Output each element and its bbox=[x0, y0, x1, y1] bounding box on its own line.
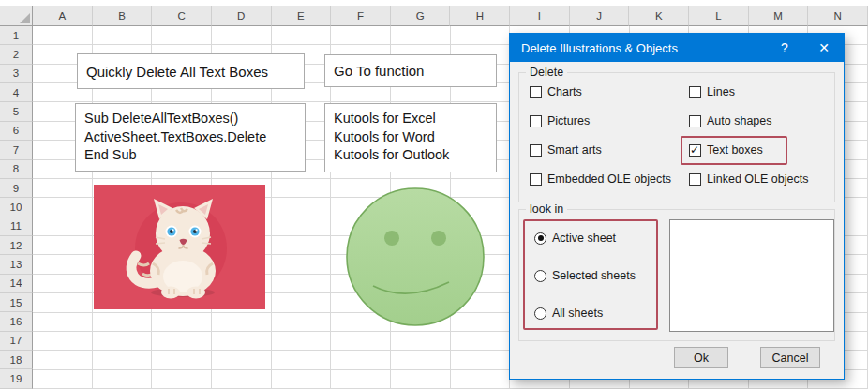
delete-checkbox-grid: ChartsLinesPicturesAuto shapesSmart arts… bbox=[530, 85, 829, 186]
checkbox-linked-ole-objects[interactable]: Linked OLE objects bbox=[689, 172, 808, 186]
row-header-7[interactable]: 7 bbox=[0, 141, 33, 159]
checkbox-label: Embedded OLE objects bbox=[547, 172, 671, 186]
row-header-15[interactable]: 15 bbox=[0, 293, 33, 312]
textbox-kutools[interactable]: Kutools for ExcelKutools for WordKutools… bbox=[324, 103, 497, 172]
checkmark-icon: ✓ bbox=[690, 143, 699, 157]
checkbox-label: Pictures bbox=[547, 114, 590, 127]
radio-circle[interactable] bbox=[534, 270, 546, 282]
look-in-group-label: look in bbox=[526, 202, 567, 216]
row-header-8[interactable]: 8 bbox=[0, 160, 33, 179]
radio-circle[interactable] bbox=[534, 232, 546, 245]
checkbox-box[interactable] bbox=[530, 144, 542, 157]
sheet-listbox[interactable] bbox=[669, 219, 834, 332]
checkbox-charts[interactable]: Charts bbox=[530, 85, 582, 98]
column-header-b[interactable]: B bbox=[93, 6, 153, 26]
column-header-g[interactable]: G bbox=[391, 6, 451, 26]
checkbox-box[interactable]: ✓ bbox=[689, 144, 701, 157]
row-header-13[interactable]: 13 bbox=[0, 255, 33, 274]
radio-label: Selected sheets bbox=[552, 269, 636, 282]
dialog-titlebar[interactable]: Delete Illustrations & Objects ? ✕ bbox=[510, 34, 844, 62]
checkbox-smart-arts[interactable]: Smart arts bbox=[530, 143, 602, 157]
row-header-10[interactable]: 10 bbox=[0, 198, 33, 217]
checkbox-box[interactable] bbox=[530, 115, 542, 127]
row-header-4[interactable]: 4 bbox=[0, 83, 33, 102]
row-header-14[interactable]: 14 bbox=[0, 275, 33, 293]
column-header-f[interactable]: F bbox=[331, 6, 391, 26]
column-header-n[interactable]: N bbox=[808, 6, 868, 26]
row-header-2[interactable]: 2 bbox=[0, 45, 33, 64]
row-header-6[interactable]: 6 bbox=[0, 122, 33, 141]
radio-active-sheet[interactable]: Active sheet bbox=[534, 232, 636, 245]
checkbox-text-boxes[interactable]: ✓Text boxes bbox=[689, 143, 763, 157]
checkbox-box[interactable] bbox=[689, 173, 701, 186]
close-icon[interactable]: ✕ bbox=[804, 34, 844, 62]
look-in-radio-list: Active sheetSelected sheetsAll sheets bbox=[534, 232, 636, 344]
column-header-c[interactable]: C bbox=[152, 6, 212, 26]
column-header-e[interactable]: E bbox=[272, 6, 332, 26]
checkbox-label: Text boxes bbox=[707, 143, 763, 157]
cat-image[interactable] bbox=[94, 185, 265, 309]
checkbox-label: Linked OLE objects bbox=[707, 172, 808, 186]
delete-group: Delete ChartsLinesPicturesAuto shapesSma… bbox=[518, 72, 835, 202]
textbox-title[interactable]: Quickly Delete All Text Boxes bbox=[77, 53, 305, 89]
radio-all-sheets[interactable]: All sheets bbox=[534, 307, 636, 320]
checkbox-label: Smart arts bbox=[547, 143, 602, 157]
radio-selected-sheets[interactable]: Selected sheets bbox=[534, 269, 636, 282]
checkbox-pictures[interactable]: Pictures bbox=[530, 114, 590, 127]
checkbox-label: Auto shapes bbox=[707, 114, 772, 127]
checkbox-box[interactable] bbox=[530, 173, 542, 186]
row-header-17[interactable]: 17 bbox=[0, 332, 33, 351]
column-headers: ABCDEFGHIJKLMN bbox=[33, 6, 868, 26]
excel-window: ABCDEFGHIJKLMN 1234567891011121314151617… bbox=[0, 0, 868, 389]
checkbox-label: Charts bbox=[547, 85, 582, 98]
column-header-i[interactable]: I bbox=[510, 6, 570, 26]
row-header-9[interactable]: 9 bbox=[0, 179, 33, 198]
checkbox-box[interactable] bbox=[689, 86, 701, 98]
column-header-m[interactable]: M bbox=[749, 6, 809, 26]
checkbox-lines[interactable]: Lines bbox=[689, 85, 735, 98]
checkbox-auto-shapes[interactable]: Auto shapes bbox=[689, 114, 772, 127]
look-in-group: look in Active sheetSelected sheetsAll s… bbox=[518, 209, 835, 341]
row-header-12[interactable]: 12 bbox=[0, 236, 33, 255]
radio-circle[interactable] bbox=[534, 307, 546, 320]
help-icon[interactable]: ? bbox=[765, 34, 804, 62]
select-all-corner[interactable] bbox=[0, 6, 33, 26]
radio-label: Active sheet bbox=[552, 232, 616, 245]
column-header-a[interactable]: A bbox=[33, 6, 93, 26]
radio-label: All sheets bbox=[552, 307, 603, 320]
column-header-k[interactable]: K bbox=[629, 6, 689, 26]
checkbox-label: Lines bbox=[707, 85, 735, 98]
column-header-d[interactable]: D bbox=[212, 6, 272, 26]
column-header-j[interactable]: J bbox=[570, 6, 630, 26]
column-header-l[interactable]: L bbox=[689, 6, 749, 26]
delete-illustrations-dialog: Delete Illustrations & Objects ? ✕ Delet… bbox=[509, 33, 845, 380]
smiley-face-shape[interactable] bbox=[345, 187, 486, 327]
row-header-18[interactable]: 18 bbox=[0, 351, 33, 369]
row-header-16[interactable]: 16 bbox=[0, 312, 33, 331]
cancel-button[interactable]: Cancel bbox=[760, 347, 820, 368]
textbox-vba-code[interactable]: Sub DeleteAllTextBoxes()ActiveSheet.Text… bbox=[75, 103, 306, 172]
delete-group-label: Delete bbox=[526, 66, 567, 79]
column-header-h[interactable]: H bbox=[450, 6, 510, 26]
row-header-19[interactable]: 19 bbox=[0, 369, 33, 388]
row-header-3[interactable]: 3 bbox=[0, 65, 33, 83]
checkbox-box[interactable] bbox=[689, 115, 701, 127]
row-header-1[interactable]: 1 bbox=[0, 26, 33, 45]
checkbox-box[interactable] bbox=[530, 86, 542, 98]
row-headers: 12345678910111213141516171819 bbox=[0, 26, 33, 389]
select-all-triangle-icon bbox=[20, 13, 30, 23]
ok-button[interactable]: Ok bbox=[674, 347, 728, 368]
checkbox-embedded-ole-objects[interactable]: Embedded OLE objects bbox=[530, 172, 671, 186]
row-header-5[interactable]: 5 bbox=[0, 102, 33, 121]
radio-highlight-annotation: Active sheetSelected sheetsAll sheets bbox=[523, 219, 658, 330]
dialog-title: Delete Illustrations & Objects bbox=[510, 41, 765, 55]
textbox-goto[interactable]: Go To function bbox=[324, 54, 497, 87]
row-header-11[interactable]: 11 bbox=[0, 217, 33, 236]
